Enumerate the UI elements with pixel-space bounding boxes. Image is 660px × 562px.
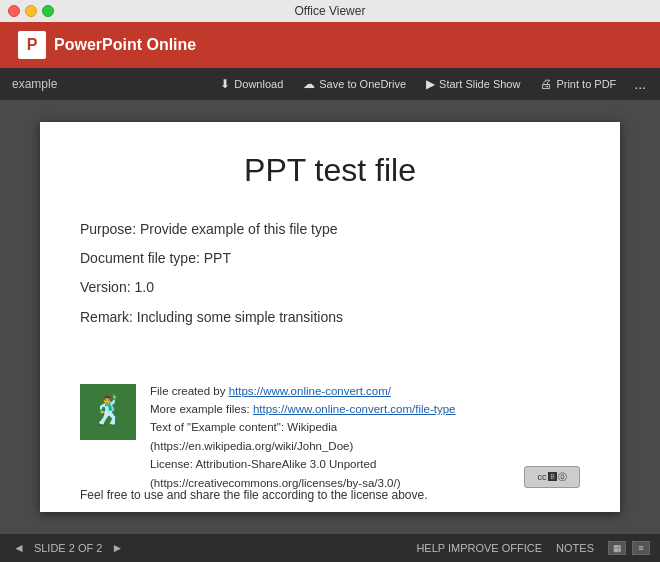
slide-title: PPT test file [80,152,580,189]
help-improve-button[interactable]: HELP IMPROVE OFFICE [416,542,542,554]
slide-line-3: Version: 1.0 [80,275,580,300]
close-button[interactable] [8,5,20,17]
view-icon-1[interactable]: ▦ [608,541,626,555]
play-icon: ▶ [426,77,435,91]
by-icon: 🅱 [548,470,557,484]
bottom-right: HELP IMPROVE OFFICE NOTES ▦ ≡ [416,541,650,555]
download-icon: ⬇ [220,77,230,91]
app-logo-icon: P [18,31,46,59]
title-bar: Office Viewer [0,0,660,22]
window-title: Office Viewer [295,4,366,18]
notes-button[interactable]: NOTES [556,542,594,554]
header-bar: P PowerPoint Online [0,22,660,68]
license-line: License: Attribution-ShareAlike 3.0 Unpo… [150,455,510,473]
more-files-line: More example files: https://www.online-c… [150,400,510,418]
slide-body: Purpose: Provide example of this file ty… [80,217,580,330]
more-options-button[interactable]: ... [628,73,652,95]
start-slideshow-button[interactable]: ▶ Start Slide Show [418,74,528,94]
slide: PPT test file Purpose: Provide example o… [40,122,620,512]
created-by-prefix: File created by [150,385,229,397]
save-onedrive-label: Save to OneDrive [319,78,406,90]
stick-figure-icon: 🕺 [91,389,126,434]
print-icon: 🖨 [540,77,552,91]
more-files-link[interactable]: https://www.online-convert.com/file-type [253,403,456,415]
traffic-lights [8,5,54,17]
file-name: example [8,77,57,91]
logo-letter: P [27,36,38,54]
cc-badge: cc 🅱 ⓪ [524,466,580,488]
slide-navigation: ◄ SLIDE 2 OF 2 ► [10,541,126,555]
wikipedia-line: Text of "Example content": Wikipedia (ht… [150,418,510,455]
cc-badge-text: cc [538,470,547,484]
maximize-button[interactable] [42,5,54,17]
cloud-icon: ☁ [303,77,315,91]
view-icon-2[interactable]: ≡ [632,541,650,555]
footer-image: 🕺 [80,384,136,440]
slide-line-4: Remark: Including some simple transition… [80,305,580,330]
sa-icon: ⓪ [558,470,567,484]
next-slide-button[interactable]: ► [108,541,126,555]
download-label: Download [234,78,283,90]
main-area: PPT test file Purpose: Provide example o… [0,100,660,534]
view-icons: ▦ ≡ [608,541,650,555]
logo-area: P PowerPoint Online [10,27,204,63]
slide-line-2: Document file type: PPT [80,246,580,271]
slide-footer: 🕺 File created by https://www.online-con… [80,382,580,492]
toolbar: example ⬇ Download ☁ Save to OneDrive ▶ … [0,68,660,100]
app-title: PowerPoint Online [54,36,196,54]
footer-text: File created by https://www.online-conve… [150,382,510,492]
prev-slide-button[interactable]: ◄ [10,541,28,555]
print-pdf-button[interactable]: 🖨 Print to PDF [532,74,624,94]
bottom-bar: ◄ SLIDE 2 OF 2 ► HELP IMPROVE OFFICE NOT… [0,534,660,562]
minimize-button[interactable] [25,5,37,17]
slide-info: SLIDE 2 OF 2 [34,542,102,554]
print-pdf-label: Print to PDF [556,78,616,90]
feel-free-text: Feel free to use and share the file acco… [80,488,428,502]
start-slideshow-label: Start Slide Show [439,78,520,90]
more-files-prefix: More example files: [150,403,253,415]
slide-line-1: Purpose: Provide example of this file ty… [80,217,580,242]
created-by-line: File created by https://www.online-conve… [150,382,510,400]
save-onedrive-button[interactable]: ☁ Save to OneDrive [295,74,414,94]
download-button[interactable]: ⬇ Download [212,74,291,94]
created-by-link[interactable]: https://www.online-convert.com/ [229,385,391,397]
